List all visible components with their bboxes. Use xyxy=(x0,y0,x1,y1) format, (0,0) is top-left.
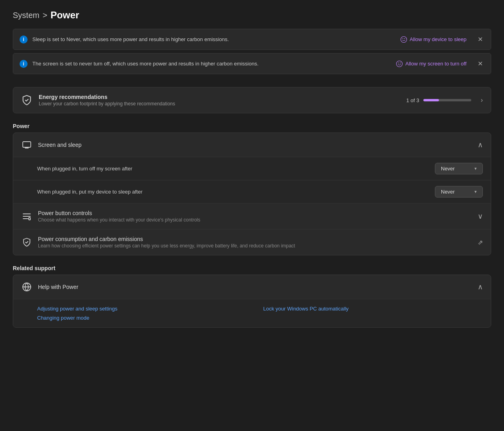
leaf-icon-screen xyxy=(396,60,403,67)
power-consumption-title: Power consumption and carbon emissions xyxy=(38,236,472,242)
power-button-controls-row[interactable]: Power button controls Choose what happen… xyxy=(13,203,491,229)
power-section-label: Power xyxy=(13,123,491,129)
energy-rec-progress-bar xyxy=(423,99,471,101)
power-button-icon xyxy=(21,211,32,222)
breadcrumb: System > Power xyxy=(13,10,491,21)
help-links-area: Adjusting power and sleep settings Lock … xyxy=(13,299,491,327)
allow-device-sleep-button[interactable]: Allow my device to sleep xyxy=(400,36,466,43)
related-support-label: Related support xyxy=(13,265,491,271)
sleep-value: Never xyxy=(441,189,455,195)
svg-rect-4 xyxy=(29,217,30,220)
energy-rec-title: Energy recommendations xyxy=(39,94,400,100)
sleep-banner-text: Sleep is set to Never, which uses more p… xyxy=(32,36,395,42)
help-with-power-chevron-icon: ∧ xyxy=(478,283,483,291)
screen-banner-text: The screen is set to never turn off, whi… xyxy=(32,61,391,67)
power-consumption-subtitle: Learn how choosing efficient power setti… xyxy=(38,243,472,249)
leaf-icon-sleep xyxy=(400,36,407,43)
help-link-lock[interactable]: Lock your Windows PC automatically xyxy=(263,306,483,312)
allow-screen-turnoff-button[interactable]: Allow my screen to turn off xyxy=(396,60,466,67)
energy-rec-text: Energy recommendations Lower your carbon… xyxy=(39,94,400,107)
allow-screen-turnoff-label: Allow my screen to turn off xyxy=(405,61,466,67)
sleep-notification-banner: i Sleep is set to Never, which uses more… xyxy=(13,29,491,50)
power-button-title: Power button controls xyxy=(38,210,472,216)
breadcrumb-separator: > xyxy=(43,11,48,20)
help-with-power-title: Help with Power xyxy=(38,284,472,290)
sleep-chevron-icon: ▾ xyxy=(474,189,477,194)
help-globe-icon xyxy=(21,281,32,293)
related-support-group: Help with Power ∧ Adjusting power and sl… xyxy=(13,275,491,328)
close-sleep-banner-button[interactable]: ✕ xyxy=(476,35,484,44)
breadcrumb-current: Power xyxy=(50,10,79,21)
breadcrumb-system: System xyxy=(13,11,40,20)
screen-turnoff-chevron-icon: ▾ xyxy=(474,166,477,171)
power-consumption-row[interactable]: Power consumption and carbon emissions L… xyxy=(13,229,491,255)
allow-device-sleep-label: Allow my device to sleep xyxy=(410,36,466,42)
help-with-power-row[interactable]: Help with Power ∧ xyxy=(13,275,491,299)
power-button-chevron-icon: ∨ xyxy=(478,212,483,221)
energy-rec-progress-fill xyxy=(423,99,439,101)
sleep-dropdown[interactable]: Never ▾ xyxy=(435,186,483,198)
energy-rec-chevron-icon: › xyxy=(481,97,483,104)
sleep-setting-row: When plugged in, put my device to sleep … xyxy=(13,180,491,203)
power-consumption-external-icon: ⇗ xyxy=(478,239,483,246)
sleep-label: When plugged in, put my device to sleep … xyxy=(37,189,435,195)
help-link-adjust[interactable]: Adjusting power and sleep settings xyxy=(37,306,257,312)
power-button-content: Power button controls Choose what happen… xyxy=(38,210,472,223)
energy-rec-icon xyxy=(21,95,32,106)
help-with-power-content: Help with Power xyxy=(38,284,472,290)
screen-sleep-row[interactable]: Screen and sleep ∧ xyxy=(13,133,491,157)
energy-rec-count: 1 of 3 xyxy=(406,97,419,103)
energy-rec-subtitle: Lower your carbon footprint by applying … xyxy=(39,101,400,107)
related-support-section: Related support Help with Power ∧ A xyxy=(13,265,491,328)
screen-sleep-title: Screen and sleep xyxy=(38,142,472,148)
info-icon-sleep: i xyxy=(20,36,28,43)
help-link-mode[interactable]: Changing power mode xyxy=(37,315,257,321)
power-consumption-icon xyxy=(21,237,32,248)
info-icon-screen: i xyxy=(20,60,28,68)
screen-turnoff-value: Never xyxy=(441,166,455,172)
screen-notification-banner: i The screen is set to never turn off, w… xyxy=(13,53,491,74)
screen-turnoff-dropdown[interactable]: Never ▾ xyxy=(435,163,483,174)
power-button-subtitle: Choose what happens when you interact wi… xyxy=(38,217,472,223)
screen-turnoff-label: When plugged in, turn off my screen afte… xyxy=(37,166,435,172)
close-screen-banner-button[interactable]: ✕ xyxy=(476,59,484,68)
power-settings-group: Screen and sleep ∧ When plugged in, turn… xyxy=(13,132,491,255)
screen-sleep-icon xyxy=(21,139,32,150)
screen-sleep-content: Screen and sleep xyxy=(38,142,472,148)
svg-rect-0 xyxy=(23,142,31,147)
screen-sleep-chevron-icon: ∧ xyxy=(478,140,483,149)
energy-recommendations-card[interactable]: Energy recommendations Lower your carbon… xyxy=(13,87,491,113)
power-consumption-content: Power consumption and carbon emissions L… xyxy=(38,236,472,249)
energy-rec-progress-area: 1 of 3 xyxy=(406,97,471,103)
screen-turnoff-setting-row: When plugged in, turn off my screen afte… xyxy=(13,157,491,180)
page-container: System > Power i Sleep is set to Never, … xyxy=(0,0,504,340)
